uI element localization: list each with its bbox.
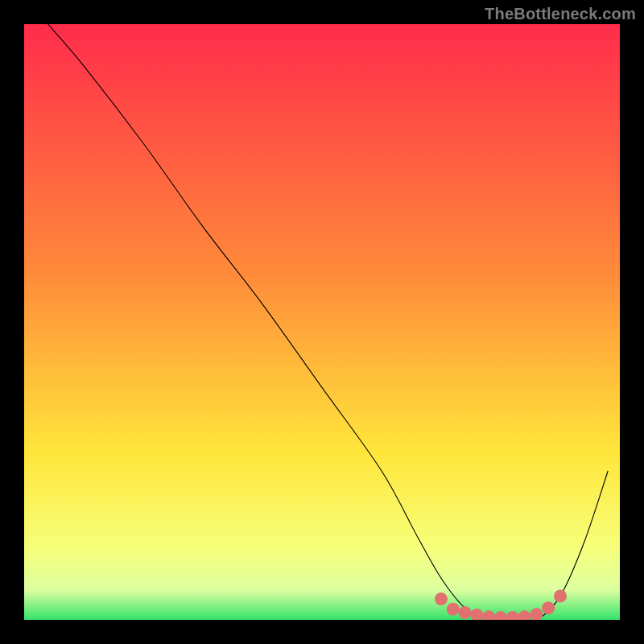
optimal-dot	[494, 611, 507, 624]
chart-container: TheBottleneck.com	[0, 0, 644, 644]
optimal-dot	[530, 608, 543, 621]
optimal-dot	[518, 610, 531, 623]
optimal-dot	[554, 589, 567, 602]
optimal-dot	[435, 592, 448, 605]
watermark-text: TheBottleneck.com	[485, 5, 636, 23]
optimal-dot	[459, 606, 472, 619]
optimal-dot	[447, 603, 460, 616]
chart-svg	[0, 0, 644, 644]
plot-background	[24, 24, 620, 620]
optimal-dot	[542, 601, 555, 614]
optimal-dot	[482, 610, 495, 623]
optimal-dot	[506, 611, 519, 624]
optimal-dot	[470, 609, 483, 621]
